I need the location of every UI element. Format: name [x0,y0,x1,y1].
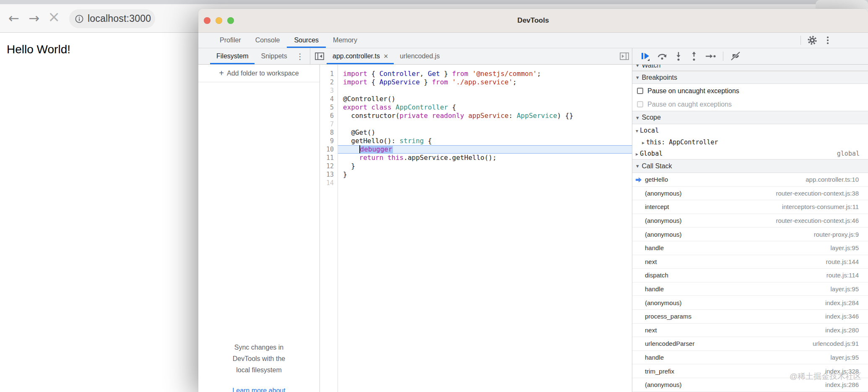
url-bar[interactable]: localhost:3000 [69,9,155,28]
line-number[interactable]: 10 [320,145,338,154]
code-pane[interactable]: import { Controller, Get } from '@nestjs… [338,65,632,392]
code-editor[interactable]: 1234567891011121314 import { Controller,… [320,65,632,392]
watch-section-header[interactable]: ▾ Watch [632,65,868,71]
code-line[interactable]: constructor(private readonly appService:… [338,112,632,120]
code-line[interactable]: import { Controller, Get } from '@nestjs… [338,70,632,78]
expand-triangle-icon[interactable]: ▸ [642,140,645,146]
scope-row[interactable]: ▸Globalglobal [632,148,868,159]
call-stack-row[interactable]: (anonymous)router-proxy.js:9 [632,227,868,241]
editor-tab[interactable]: urlencoded.js [394,48,445,64]
call-stack-row[interactable]: getHelloapp.controller.ts:10 [632,173,868,187]
forward-button[interactable]: → [29,10,39,26]
call-stack-row[interactable]: urlencodedParserurlencoded.js:91 [632,337,868,351]
breakpoints-section-header[interactable]: ▾ Breakpoints [632,71,868,84]
code-line[interactable]: import { AppService } from './app.servic… [338,78,632,86]
call-stack-row[interactable]: handlelayer.js:95 [632,351,868,365]
line-number[interactable]: 5 [320,103,338,112]
code-line[interactable] [338,86,632,95]
scope-row-text: ▸this: AppController [636,139,718,146]
editor-tab[interactable]: app.controller.ts× [327,48,394,64]
line-number[interactable]: 2 [320,78,338,86]
step-button[interactable] [705,51,717,62]
call-stack-row[interactable]: (anonymous)index.js:284 [632,296,868,310]
paused-code-line[interactable]: debugger [338,145,632,154]
line-number[interactable]: 1 [320,70,338,78]
learn-more-link[interactable]: Learn more about [198,387,320,392]
navigator-tab-snippets[interactable]: Snippets [255,48,293,64]
code-line[interactable]: getHello(): string { [338,137,632,145]
code-line[interactable] [338,120,632,128]
call-stack-row[interactable]: nextroute.js:144 [632,255,868,269]
step-into-button[interactable] [674,51,683,62]
code-line[interactable]: return this.appService.getHello(); [338,154,632,162]
frame-location: layer.js:95 [830,354,859,361]
step-out-button[interactable] [689,51,699,62]
zoom-window-button[interactable] [227,17,234,24]
stop-button[interactable]: × [48,8,60,25]
resume-script-button[interactable] [639,51,650,62]
call-stack-row[interactable]: (anonymous)router-execution-context.js:3… [632,187,868,201]
call-stack-row[interactable]: interceptinterceptors-consumer.js:11 [632,200,868,214]
hide-navigator-icon[interactable] [314,52,325,61]
call-stack-section-header[interactable]: ▾ Call Stack [632,159,868,173]
scope-row-text: ▸Global [636,150,663,157]
devtools-titlebar[interactable]: DevTools [198,9,868,33]
frame-location: route.js:144 [826,258,859,265]
show-debugger-sidebar-icon[interactable] [619,52,629,61]
line-number[interactable]: 14 [320,179,338,187]
line-number[interactable]: 13 [320,170,338,179]
code-token: { [448,103,456,111]
scope-row[interactable]: ▾Local [632,124,868,136]
code-line[interactable]: export class AppController { [338,103,632,112]
line-number[interactable]: 4 [320,95,338,103]
line-number[interactable]: 6 [320,112,338,120]
code-line[interactable] [338,179,632,187]
tab-sources[interactable]: Sources [287,33,326,48]
checkbox[interactable] [637,88,643,94]
line-number[interactable]: 9 [320,137,338,145]
breakpoint-option-row[interactable]: Pause on caught exceptions [632,98,868,111]
site-info-icon[interactable] [75,14,84,24]
code-line[interactable]: @Get() [338,128,632,137]
line-number[interactable]: 11 [320,154,338,162]
deactivate-breakpoints-button[interactable] [730,51,741,62]
call-stack-row[interactable]: handlelayer.js:95 [632,282,868,296]
code-token [392,103,396,111]
code-line[interactable]: } [338,170,632,179]
step-over-button[interactable] [657,51,668,62]
expand-triangle-icon[interactable]: ▸ [636,151,638,157]
code-token [464,112,468,120]
scope-section-header[interactable]: ▾ Scope [632,111,868,124]
more-options-icon[interactable] [824,35,832,45]
call-stack-row[interactable]: dispatchroute.js:114 [632,269,868,282]
call-stack-row[interactable]: (anonymous)router-execution-context.js:4… [632,214,868,228]
tab-profiler[interactable]: Profiler [213,33,248,48]
debugger-toolbar-divider [723,52,723,61]
breakpoint-option-row[interactable]: Pause on uncaught exceptions [632,84,868,98]
expand-triangle-icon[interactable]: ▾ [636,128,638,134]
code-token: ) {} [557,112,574,120]
frame-location: index.js:284 [825,299,859,306]
code-line[interactable]: } [338,162,632,170]
minimize-window-button[interactable] [216,17,222,24]
line-number[interactable]: 12 [320,162,338,170]
add-folder-button[interactable]: + Add folder to workspace [198,65,320,82]
call-stack-row[interactable]: process_paramsindex.js:346 [632,310,868,324]
code-line[interactable]: @Controller() [338,95,632,103]
line-number[interactable]: 7 [320,120,338,128]
line-number[interactable]: 8 [320,128,338,137]
frame-name: handle [645,354,664,361]
close-tab-icon[interactable]: × [384,52,388,61]
code-token [343,154,359,162]
back-button[interactable]: ← [8,10,19,26]
navigator-more-tabs-icon[interactable]: ⋮ [296,52,304,61]
navigator-tab-filesystem[interactable]: Filesystem [210,48,255,64]
line-number[interactable]: 3 [320,86,338,95]
settings-gear-icon[interactable] [807,35,818,46]
close-window-button[interactable] [204,17,211,24]
tab-memory[interactable]: Memory [326,33,364,48]
tab-console[interactable]: Console [248,33,287,48]
call-stack-row[interactable]: handlelayer.js:95 [632,241,868,255]
call-stack-row[interactable]: nextindex.js:280 [632,324,868,337]
scope-row[interactable]: ▸this: AppController [632,136,868,148]
